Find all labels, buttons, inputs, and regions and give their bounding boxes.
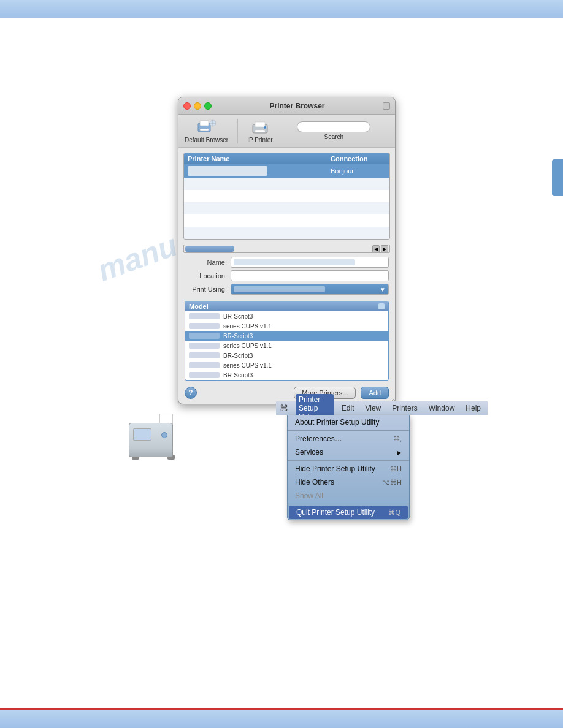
- model-text-3: BR-Script3: [223, 333, 253, 339]
- default-browser-icon: [197, 118, 216, 135]
- printer-list: Printer Name Connection Bonjour: [183, 153, 390, 240]
- printer-list-row-selected[interactable]: Bonjour: [184, 164, 389, 178]
- model-item-7[interactable]: BR-Script3: [185, 370, 388, 380]
- printer-screen: [133, 428, 151, 441]
- menubar-view[interactable]: View: [362, 403, 384, 414]
- right-tab: [552, 159, 563, 196]
- printer-illustration: [126, 411, 181, 466]
- menu-quit-shortcut: ⌘Q: [388, 509, 400, 517]
- menu-hide-others-label: Hide Others: [295, 478, 334, 487]
- printer-form: Name: Location: Print Using: ▼: [178, 253, 395, 301]
- header-printer-name: Printer Name: [188, 155, 331, 162]
- name-value-placeholder: [234, 259, 355, 265]
- printer-list-row-2[interactable]: [184, 178, 389, 190]
- model-text-6: series CUPS v1.1: [223, 362, 272, 369]
- traffic-lights: [183, 102, 212, 110]
- model-icon-2: [189, 323, 220, 329]
- print-using-value: [234, 286, 325, 292]
- bottom-buttons: ? More Printers... Add: [178, 383, 395, 404]
- menubar-help[interactable]: Help: [462, 403, 484, 414]
- close-button[interactable]: [183, 102, 191, 110]
- menu-preferences-label: Preferences…: [295, 434, 342, 443]
- menu-hide-app-label: Hide Printer Setup Utility: [295, 464, 375, 473]
- toolbar-separator: [237, 119, 238, 143]
- printer-list-row-4[interactable]: [184, 202, 389, 214]
- menubar-edit[interactable]: Edit: [339, 403, 358, 414]
- bottom-line: [0, 708, 563, 710]
- menu-quit-label: Quit Printer Setup Utility: [296, 508, 375, 517]
- printer-tray: [129, 449, 173, 457]
- model-icon-3: [189, 333, 220, 339]
- window-title: Printer Browser: [212, 102, 383, 110]
- name-field[interactable]: [231, 257, 389, 268]
- menubar-window[interactable]: Window: [426, 403, 458, 414]
- printer-button: [161, 432, 167, 438]
- printer-browser-window: Printer Browser Default Browser: [178, 97, 396, 404]
- toolbar: Default Browser IP Printer Search: [178, 115, 395, 148]
- printer-list-row-3[interactable]: [184, 190, 389, 202]
- location-label: Location:: [185, 272, 231, 279]
- connection-cell: Bonjour: [331, 167, 386, 175]
- menu-services[interactable]: Services ▶: [288, 446, 409, 459]
- model-item-1[interactable]: BR-Script3: [185, 311, 388, 321]
- menu-sep-3: [288, 504, 409, 504]
- menu-preferences[interactable]: Preferences… ⌘,: [288, 432, 409, 446]
- location-field[interactable]: [231, 270, 389, 281]
- default-browser-button[interactable]: Default Browser: [185, 118, 228, 143]
- model-dropdown-header: Model: [185, 301, 388, 311]
- ip-printer-label: IP Printer: [247, 137, 273, 143]
- search-input[interactable]: [297, 121, 370, 132]
- model-item-3-selected[interactable]: BR-Script3: [185, 331, 388, 341]
- model-item-4[interactable]: series CUPS v1.1: [185, 341, 388, 351]
- titlebar: Printer Browser: [178, 97, 395, 115]
- printer-device: [126, 411, 181, 466]
- add-button[interactable]: Add: [361, 387, 389, 399]
- menu-hide-others-shortcut: ⌥⌘H: [382, 479, 402, 487]
- printer-list-row-6[interactable]: [184, 227, 389, 239]
- model-icon-5: [189, 352, 220, 358]
- model-item-6[interactable]: series CUPS v1.1: [185, 360, 388, 370]
- model-text-2: series CUPS v1.1: [223, 323, 272, 330]
- default-browser-label: Default Browser: [185, 137, 228, 143]
- model-item-2[interactable]: series CUPS v1.1: [185, 321, 388, 331]
- minimize-button[interactable]: [194, 102, 201, 110]
- menu-hide-app[interactable]: Hide Printer Setup Utility ⌘H: [288, 462, 409, 476]
- print-using-row: Print Using: ▼: [185, 284, 389, 295]
- svg-rect-1: [200, 121, 209, 126]
- apple-menu-icon[interactable]: ⌘: [280, 403, 288, 413]
- print-using-select[interactable]: ▼: [231, 284, 389, 295]
- location-row: Location:: [185, 270, 389, 281]
- menu-quit[interactable]: Quit Printer Setup Utility ⌘Q: [289, 506, 408, 519]
- menu-hide-others[interactable]: Hide Others ⌥⌘H: [288, 476, 409, 489]
- model-text-1: BR-Script3: [223, 313, 253, 320]
- search-label: Search: [324, 134, 343, 140]
- printer-name-placeholder: [188, 166, 267, 176]
- name-row: Name:: [185, 257, 389, 268]
- printer-list-row-5[interactable]: [184, 214, 389, 227]
- menu-about[interactable]: About Printer Setup Utility: [288, 415, 409, 429]
- menu-hide-app-shortcut: ⌘H: [390, 465, 402, 473]
- maximize-button[interactable]: [204, 102, 212, 110]
- menu-show-all[interactable]: Show All: [288, 489, 409, 502]
- model-text-4: series CUPS v1.1: [223, 343, 272, 349]
- menu-sep-1: [288, 430, 409, 431]
- model-dropdown: Model BR-Script3 series CUPS v1.1 BR-Scr…: [185, 301, 389, 381]
- ip-printer-button[interactable]: IP Printer: [247, 118, 273, 143]
- model-icon-7: [189, 372, 220, 378]
- svg-rect-8: [255, 130, 265, 132]
- scrollbar-thumb[interactable]: [185, 246, 234, 252]
- scroll-left-button[interactable]: ◀: [372, 245, 380, 252]
- svg-rect-7: [255, 122, 265, 127]
- model-icon-4: [189, 343, 220, 349]
- menubar-printers[interactable]: Printers: [389, 403, 420, 414]
- horizontal-scrollbar[interactable]: ◀ ▶: [183, 245, 390, 253]
- model-item-5[interactable]: BR-Script3: [185, 351, 388, 360]
- scroll-right-button[interactable]: ▶: [381, 245, 388, 252]
- printer-name-cell: [188, 166, 331, 176]
- search-area: Search: [279, 121, 389, 140]
- resize-button[interactable]: [383, 102, 390, 110]
- model-text-5: BR-Script3: [223, 352, 253, 359]
- help-button[interactable]: ?: [185, 387, 197, 399]
- bottom-bar: [0, 710, 563, 728]
- menu-services-arrow-icon: ▶: [397, 449, 402, 456]
